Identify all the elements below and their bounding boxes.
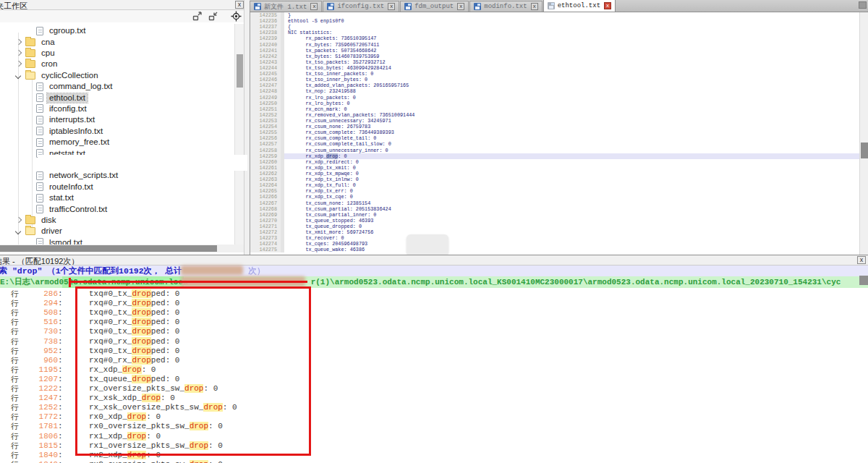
code-text: tx_csum_partial: 205153836424: [288, 206, 391, 212]
tree-folder-cpu[interactable]: cpu: [0, 48, 234, 59]
tree-file-ethtool.txt[interactable]: ethtool.txt: [0, 92, 234, 103]
tree-scrollbar-thumb[interactable]: [237, 54, 243, 88]
search-result-row[interactable]: 行516:rxq#0_rx_dropped: 0: [0, 318, 868, 327]
tree-file-interrupts.txt[interactable]: interrupts.txt: [0, 114, 234, 125]
chevron-down-icon[interactable]: [16, 73, 21, 78]
editor-area[interactable]: 142235}142236ethtool -S enp1s0f0142237{1…: [250, 12, 859, 255]
workspace-close-icon[interactable]: x: [235, 1, 244, 9]
close-tab-icon[interactable]: x: [531, 3, 538, 10]
workspace-tree[interactable]: cgroup.txtcnacpucroncyclicCollectioncomm…: [0, 24, 234, 245]
match-highlight: drop: [142, 394, 161, 402]
code-text: tx_queue_wake: 46386: [288, 247, 365, 252]
match-highlight: drop: [132, 289, 150, 298]
search-result-row[interactable]: 行1815:rx1_oversize_pkts_sw_drop: 0: [0, 441, 868, 451]
search-result-row[interactable]: 行1781:rx0_oversize_pkts_sw_drop: 0: [0, 422, 868, 431]
search-result-row[interactable]: 行1207:tx_queue_dropped: 0: [0, 375, 868, 384]
tab--1.txt[interactable]: 新文件 1.txtx: [250, 1, 322, 12]
close-tab-icon[interactable]: x: [310, 3, 318, 10]
search-result-row[interactable]: 行1247:rx_xsk_xdp_drop: 0: [0, 394, 868, 403]
tree-file-memory_free.txt[interactable]: memory_free.txt: [0, 137, 234, 148]
tree-file-iptablesInfo.txt[interactable]: iptablesInfo.txt: [0, 126, 234, 137]
tree-vertical-scrollbar[interactable]: [234, 24, 244, 245]
tree-horizontal-scrollbar[interactable]: [0, 245, 244, 252]
line-label: 行: [11, 422, 19, 431]
folder-icon: [25, 227, 35, 235]
tab-list-button[interactable]: [859, 1, 867, 9]
results-close-icon[interactable]: x: [857, 256, 866, 264]
tree-file-lsmod.txt[interactable]: lsmod.txt: [0, 237, 234, 245]
tab-ifconfig.txt[interactable]: ifconfig.txtx: [323, 1, 399, 12]
result-file-path-line[interactable]: E:\日志\armod0523.odata.ncmp.unicom.locar(…: [0, 276, 868, 288]
chevron-down-icon[interactable]: [16, 229, 21, 234]
locate-file-icon[interactable]: [231, 11, 243, 22]
tree-folder-cna[interactable]: cna: [0, 36, 234, 47]
tree-file-command_log.txt[interactable]: command_log.txt: [0, 81, 234, 92]
results-list[interactable]: 行286:txq#0_tx_dropped: 0行294:rxq#0_rx_dr…: [0, 288, 868, 463]
search-result-row[interactable]: 行730:txq#0_tx_dropped: 0: [0, 327, 868, 336]
search-result-row[interactable]: 行1195:rx_xdp_drop: 0: [0, 365, 868, 375]
chevron-right-icon[interactable]: [16, 40, 21, 45]
tree-item-label: command_log.txt: [47, 82, 115, 91]
tree-folder-cyclicCollection[interactable]: cyclicCollection: [0, 70, 234, 81]
panel-splitter[interactable]: [244, 0, 250, 255]
code-text: tx_csum_partial_inner: 0: [288, 212, 376, 218]
tree-hscrollbar-thumb[interactable]: [0, 245, 217, 252]
code-text: }: [288, 12, 291, 18]
chevron-right-icon[interactable]: [16, 51, 21, 56]
code-text: rx_xdp_redirect: 0: [288, 159, 359, 165]
close-tab-icon[interactable]: x: [457, 3, 464, 10]
result-line-number: 730: [20, 327, 58, 336]
tab-ethtool.txt[interactable]: ethtool.txtx: [543, 0, 616, 12]
tree-file-routeInfo.txt[interactable]: routeInfo.txt: [0, 182, 234, 192]
tab-modinfo.txt[interactable]: modinfo.txtx: [469, 1, 542, 12]
tree-folder-driver[interactable]: driver: [0, 226, 234, 237]
close-tab-icon[interactable]: x: [388, 3, 395, 10]
close-tab-icon[interactable]: x: [604, 2, 611, 9]
colon: :: [58, 327, 63, 336]
search-result-row[interactable]: 行952:txq#0_tx_dropped: 0: [0, 347, 868, 356]
tab-fdm_output[interactable]: fdm_outputx: [400, 1, 469, 12]
code-text: rx_lro_bytes: 0: [288, 101, 350, 106]
chevron-right-icon[interactable]: [16, 61, 21, 67]
tree-file-stat.txt[interactable]: stat.txt: [0, 192, 234, 203]
line-number: 142265: [250, 188, 281, 194]
search-result-row[interactable]: 行294:rxq#0_rx_dropped: 0: [0, 299, 868, 308]
search-result-row[interactable]: 行1849:rx2_oversize_pkts_sw_drop: 0: [0, 460, 868, 463]
tree-folder-cron[interactable]: cron: [0, 59, 234, 69]
search-result-row[interactable]: 行1806:rx1_xdp_drop: 0: [0, 432, 868, 441]
expand-all-icon[interactable]: [192, 11, 204, 22]
search-result-row[interactable]: 行1252:rx_xsk_oversize_pkts_sw_drop: 0: [0, 403, 868, 412]
colon: :: [58, 384, 63, 394]
line-number: 142248: [250, 88, 281, 94]
colon: :: [58, 375, 63, 384]
results-scroll-corner: [859, 276, 868, 285]
editor-margin: [281, 48, 284, 54]
result-text: rx2_oversize_pkts_sw_drop: 0: [89, 460, 223, 463]
search-result-row[interactable]: 行738:rxq#0_rx_dropped: 0: [0, 337, 868, 347]
tree-file-network_scripts.txt[interactable]: network_scripts.txt: [0, 170, 234, 181]
tree-file-ifconfig.txt[interactable]: ifconfig.txt: [0, 103, 234, 114]
chevron-right-icon[interactable]: [16, 218, 21, 223]
search-result-row[interactable]: 行1222:rx_oversize_pkts_sw_drop: 0: [0, 384, 868, 394]
editor-line: 142263 rx_xdp_tx_inlnw: 0: [250, 177, 859, 182]
tree-folder-disk[interactable]: disk: [0, 215, 234, 226]
collapse-all-icon[interactable]: [208, 11, 220, 22]
search-result-row[interactable]: 行286:txq#0_tx_dropped: 0: [0, 289, 868, 299]
selected-word: drop: [326, 153, 338, 159]
saved-file-icon: [254, 3, 261, 10]
result-text: txq#0_tx_dropped: 0: [89, 289, 179, 299]
search-result-row[interactable]: 行508:txq#0_tx_dropped: 0: [0, 308, 868, 318]
tree-file-cgroup.txt[interactable]: cgroup.txt: [0, 25, 234, 36]
line-number: 142236: [250, 18, 281, 24]
search-result-row[interactable]: 行1772:rx0_xdp_drop: 0: [0, 412, 868, 422]
tree-file-trafficControl.txt[interactable]: trafficControl.txt: [0, 203, 234, 214]
result-line-number: 286: [20, 289, 58, 299]
search-result-row[interactable]: 行1840:rx2_xdp_drop: 0: [0, 451, 868, 460]
search-result-row[interactable]: 行960:rxq#0_rx_dropped: 0: [0, 356, 868, 365]
search-summary-line[interactable]: 搜索 "drop" （1个文件中匹配到10192次， 总计次）: [0, 266, 868, 276]
editor-margin: [281, 101, 284, 106]
editor-scrollbar-thumb[interactable]: [861, 143, 868, 158]
code-text: tx_recover: 0: [288, 235, 344, 241]
editor-line: 142262 rx_xdp_tx_mpwqe: 0: [250, 171, 859, 177]
editor-vertical-scrollbar[interactable]: [859, 12, 868, 255]
